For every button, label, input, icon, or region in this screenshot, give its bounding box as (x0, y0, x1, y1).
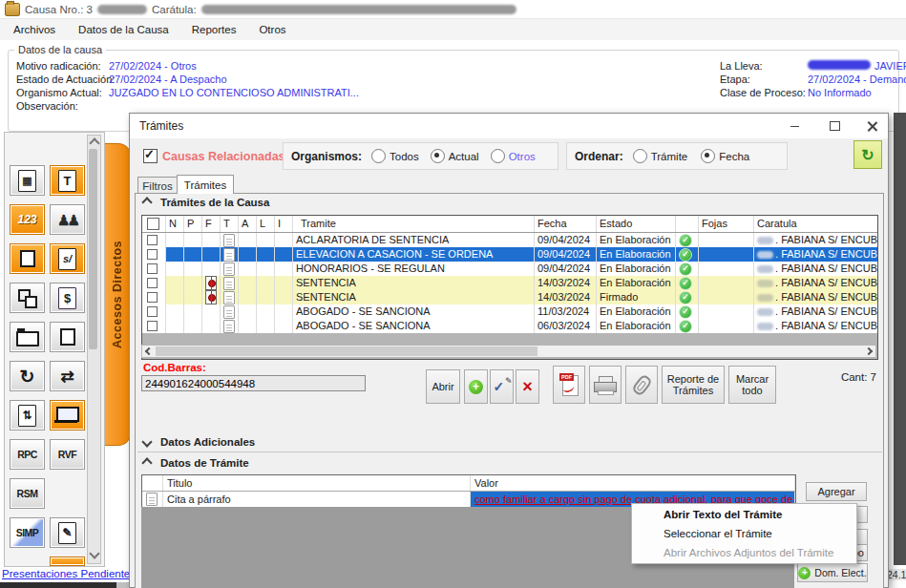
scroll-up-icon[interactable] (89, 137, 99, 148)
pdf-button[interactable]: PDF (553, 366, 585, 404)
menu-abrir-texto[interactable]: Abrir Texto del Trámite (632, 505, 856, 524)
table-row[interactable]: ABOGADO - SE SANCIONA 06/03/2024 En Elab… (142, 319, 877, 333)
col-valor[interactable]: Valor (471, 475, 795, 491)
folder-button[interactable] (10, 322, 45, 352)
col-t[interactable]: T (221, 216, 239, 232)
col-a[interactable]: A (239, 216, 257, 232)
agregar-button[interactable]: Agregar (806, 482, 867, 501)
abrir-button[interactable]: Abrir (426, 369, 460, 404)
row-checkbox[interactable] (147, 278, 158, 288)
organismos-todos-radio[interactable] (371, 149, 386, 163)
organismos-otros-radio[interactable] (491, 149, 505, 163)
row-checkbox[interactable] (147, 321, 158, 331)
ordenar-tramite-radio[interactable] (633, 149, 647, 163)
section-tramites-header[interactable]: Trámites de la Causa (143, 197, 269, 208)
collapse-up-icon[interactable] (141, 197, 152, 207)
hscroll-thumb[interactable] (156, 346, 537, 356)
dialog-title: Trámites (139, 119, 183, 133)
rpc-button[interactable]: RPC (10, 439, 45, 470)
laptop-button[interactable] (50, 400, 85, 430)
row-checkbox[interactable] (147, 306, 158, 317)
print-button[interactable] (589, 366, 622, 404)
report-grid-button[interactable]: ▦ (10, 165, 45, 196)
collapse-down-icon[interactable] (141, 436, 152, 447)
transfer-docs-button[interactable]: ⇄ (50, 361, 85, 391)
document-icon (146, 493, 158, 506)
doc-stack-button[interactable] (10, 243, 45, 274)
causas-relacionadas-checkbox[interactable] (143, 149, 158, 163)
presentaciones-pendientes-link[interactable]: Presentaciones Pendientes ( (2, 568, 142, 579)
add-button[interactable]: + (464, 369, 488, 404)
row-checkbox[interactable] (147, 235, 158, 245)
recycle-button[interactable]: ↻ (10, 361, 45, 391)
delete-button[interactable]: × (516, 369, 539, 404)
sidebar-scroll-thumb[interactable] (89, 149, 97, 349)
tab-tramites[interactable]: Trámites (177, 175, 234, 194)
money-doc-button[interactable]: $ (50, 283, 85, 313)
select-all-checkbox[interactable] (142, 216, 166, 232)
table-row-selected[interactable]: ELEVACION A CASACION - SE ORDENA 09/04/2… (142, 247, 877, 262)
col-i[interactable]: I (275, 216, 293, 232)
menu-otros[interactable]: Otros (259, 24, 285, 35)
reporte-tramites-button[interactable]: Reporte de Trámites (662, 366, 725, 404)
col-fojas[interactable]: Fojas (699, 216, 754, 232)
menu-reportes[interactable]: Reportes (192, 24, 237, 35)
table-row[interactable]: ABOGADO - SE SANCIONA 11/03/2024 En Elab… (142, 304, 877, 319)
menu-seleccionar-tramite[interactable]: Seleccionar el Trámite (632, 524, 856, 543)
col-f[interactable]: F (202, 216, 221, 232)
marcar-todo-button[interactable]: Marcar todo (728, 366, 776, 404)
maximize-button[interactable] (827, 118, 842, 134)
row-checkbox[interactable] (147, 249, 158, 260)
copy-docs-button[interactable] (50, 322, 85, 352)
menu-datos-causa[interactable]: Datos de la Causa (78, 24, 169, 35)
people-button[interactable]: ♟♟ (50, 204, 85, 235)
menu-archivos[interactable]: Archivos (13, 24, 55, 35)
hidden-button-fragment[interactable] (856, 506, 868, 523)
tab-filtros[interactable]: Filtros (137, 177, 178, 194)
col-caratula[interactable]: Caratula (754, 216, 877, 232)
edit-check-button[interactable]: ✓✎ (490, 369, 514, 404)
table-row[interactable]: ACLARATORIA DE SENTENCIA 09/04/2024 En E… (142, 233, 877, 247)
col-l[interactable]: L (257, 216, 275, 232)
codbarras-input[interactable] (141, 375, 366, 391)
accesos-directos-tab[interactable]: Accesos Directos (105, 143, 131, 446)
section-datos-tramite-header[interactable]: Datos de Trámite (143, 457, 249, 469)
row-checkbox[interactable] (147, 263, 158, 274)
sidebar-scrollbar[interactable] (87, 135, 101, 564)
row-checkbox[interactable] (147, 292, 158, 303)
hscroll-right-arrow[interactable] (862, 346, 875, 357)
edit-doc-button[interactable]: ✎ (50, 517, 85, 548)
table-row[interactable]: HONORARIOS - SE REGULAN 09/04/2024 En El… (142, 262, 877, 276)
hscroll-left-arrow[interactable] (142, 346, 156, 357)
ordenar-fecha-radio[interactable] (701, 149, 715, 163)
numbers-button[interactable]: 123 (10, 204, 45, 235)
text-doc-button[interactable]: T (50, 165, 85, 196)
minimize-button[interactable] (787, 118, 802, 134)
refresh-button[interactable]: ↻ (853, 140, 882, 169)
squares-button[interactable] (10, 283, 45, 313)
col-titulo[interactable]: Titulo (163, 475, 471, 491)
table-hscrollbar[interactable] (141, 345, 876, 358)
rvf-button[interactable]: RVF (50, 439, 85, 470)
close-button[interactable] (865, 118, 880, 134)
col-estado[interactable]: Estado (597, 216, 676, 232)
scroll-down-icon[interactable] (89, 548, 99, 558)
table-row-highlighted[interactable]: SENTENCIA 14/03/2024 Firmado . FABIANA S… (142, 290, 877, 304)
rvf-label: RVF (58, 449, 76, 460)
attachment-button[interactable] (625, 366, 658, 404)
section-adicionales-header[interactable]: Datos Adicionales (143, 436, 255, 448)
dom-elect-button[interactable]: + Dom. Elect. (797, 563, 868, 582)
col-p[interactable]: P (184, 216, 202, 232)
col-n[interactable]: N (166, 216, 184, 232)
col-tramite[interactable]: Tramite (293, 216, 535, 232)
partial-orange-button[interactable] (50, 556, 85, 566)
rsm-button[interactable]: RSM (10, 478, 45, 509)
table-row-highlighted[interactable]: SENTENCIA 14/03/2024 En Elaboración . FA… (142, 276, 877, 290)
fees-doc-button[interactable]: s/ (50, 243, 85, 274)
col-fecha[interactable]: Fecha (535, 216, 597, 232)
doc-updown-button[interactable]: ⇅ (10, 400, 45, 430)
dialog-titlebar[interactable]: Trámites (130, 114, 888, 138)
organismos-actual-radio[interactable] (431, 149, 445, 163)
simp-button[interactable]: SIMP (10, 517, 45, 548)
collapse-up-icon[interactable] (141, 457, 152, 468)
